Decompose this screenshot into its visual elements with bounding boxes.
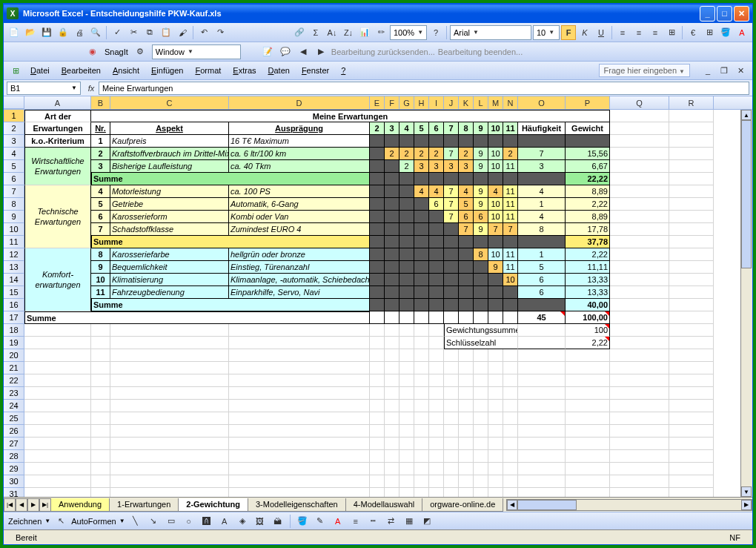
cell[interactable]: 2,22 [566, 198, 610, 211]
cell[interactable] [370, 412, 385, 425]
fx-button[interactable]: fx [84, 84, 99, 93]
cell[interactable] [444, 362, 459, 374]
tab-next-button[interactable]: ▶ [27, 498, 39, 512]
fillcolor-icon[interactable]: 🪣 [295, 514, 310, 529]
cell[interactable] [399, 223, 414, 236]
cell[interactable] [459, 387, 474, 400]
cell[interactable]: Karosserieform [110, 211, 229, 223]
col-header-R[interactable]: R [669, 96, 714, 109]
cell[interactable] [429, 349, 444, 362]
cell[interactable] [110, 324, 229, 337]
cell[interactable] [429, 248, 444, 261]
cell[interactable] [459, 374, 474, 387]
cell[interactable] [414, 311, 429, 324]
row-header[interactable]: 12 [4, 248, 24, 261]
cell[interactable] [444, 173, 459, 185]
cell[interactable] [229, 475, 370, 488]
cell[interactable]: Summe [24, 311, 370, 324]
row-header[interactable]: 2 [4, 122, 24, 135]
cell[interactable] [370, 160, 385, 173]
format-painter-icon[interactable]: 🖌 [175, 25, 190, 40]
row-header[interactable]: 22 [4, 374, 24, 387]
cell[interactable]: 7 [518, 148, 566, 160]
col-header-L[interactable]: L [474, 96, 488, 109]
cell[interactable] [610, 400, 669, 412]
col-header-P[interactable]: P [566, 96, 610, 109]
sheet-tab[interactable]: 2-Gewichtung [178, 498, 248, 512]
cell[interactable]: 3 [444, 160, 459, 173]
cell[interactable]: 1 [518, 248, 566, 261]
cell[interactable] [444, 248, 459, 261]
cell[interactable] [110, 337, 229, 349]
cell[interactable] [385, 324, 399, 337]
cell[interactable] [518, 450, 566, 463]
cell[interactable] [385, 450, 399, 463]
cut-icon[interactable]: ✂ [126, 25, 141, 40]
cell[interactable] [444, 286, 459, 299]
cell[interactable] [566, 488, 610, 497]
cell[interactable] [370, 135, 385, 148]
cell[interactable]: Kaufpreis [110, 135, 229, 148]
cell[interactable] [459, 450, 474, 463]
cell[interactable] [459, 299, 474, 311]
cell[interactable] [24, 412, 91, 425]
cell[interactable] [459, 349, 474, 362]
cell[interactable]: 4 [91, 185, 110, 198]
cell[interactable] [370, 173, 385, 185]
cell[interactable]: 3 [518, 160, 566, 173]
name-box[interactable]: B1▼ [7, 82, 81, 95]
cell[interactable] [610, 349, 669, 362]
doc-restore-icon[interactable]: ❐ [717, 63, 732, 78]
cell[interactable] [399, 324, 414, 337]
cell[interactable] [370, 311, 385, 324]
cell[interactable] [399, 311, 414, 324]
cell[interactable]: Gewichtungssumme [444, 324, 518, 337]
cell[interactable] [518, 236, 566, 248]
cell[interactable]: 7 [488, 223, 503, 236]
horizontal-scrollbar[interactable]: ◀ ▶ [506, 499, 752, 511]
row-header[interactable]: 29 [4, 463, 24, 475]
cell[interactable] [385, 299, 399, 311]
cell[interactable] [610, 488, 669, 497]
cell[interactable]: Summe [91, 299, 370, 311]
cell[interactable]: 11 [503, 261, 518, 274]
cell[interactable]: Aspekt [110, 122, 229, 135]
row-header[interactable]: 1 [4, 110, 24, 122]
cell[interactable] [229, 324, 370, 337]
cell[interactable]: 6 [518, 286, 566, 299]
cell[interactable] [399, 198, 414, 211]
cell[interactable] [370, 475, 385, 488]
fill-color-icon[interactable]: 🪣 [718, 25, 733, 40]
cell[interactable]: 10 [488, 211, 503, 223]
cell[interactable] [110, 475, 229, 488]
cell[interactable] [669, 400, 714, 412]
draw-menu[interactable]: Zeichnen [8, 517, 42, 526]
cell[interactable] [91, 349, 110, 362]
cell[interactable] [110, 387, 229, 400]
doc-minimize-icon[interactable]: _ [700, 63, 715, 78]
redo-icon[interactable]: ↷ [213, 25, 228, 40]
cell[interactable]: 4 [414, 185, 429, 198]
cell[interactable] [488, 236, 503, 248]
cell[interactable] [610, 261, 669, 274]
cell[interactable] [459, 286, 474, 299]
close-button[interactable]: ✕ [734, 6, 749, 22]
cell[interactable] [518, 400, 566, 412]
cell[interactable]: 10 [503, 274, 518, 286]
cell[interactable] [399, 362, 414, 374]
cell[interactable]: 2 [414, 148, 429, 160]
cell[interactable] [370, 236, 385, 248]
cell[interactable]: 7 [503, 223, 518, 236]
cell[interactable]: Klimaanlage, -automatik, Schiebedach [229, 274, 370, 286]
cell[interactable] [566, 362, 610, 374]
cell[interactable] [669, 148, 714, 160]
cell[interactable] [459, 274, 474, 286]
cell[interactable] [110, 488, 229, 497]
cell[interactable]: 11,11 [566, 261, 610, 274]
cell[interactable] [429, 337, 444, 349]
cell[interactable] [110, 412, 229, 425]
cell[interactable]: 10 [488, 248, 503, 261]
cell[interactable]: 9 [488, 261, 503, 274]
cell[interactable]: 15,56 [566, 148, 610, 160]
cell[interactable] [414, 450, 429, 463]
